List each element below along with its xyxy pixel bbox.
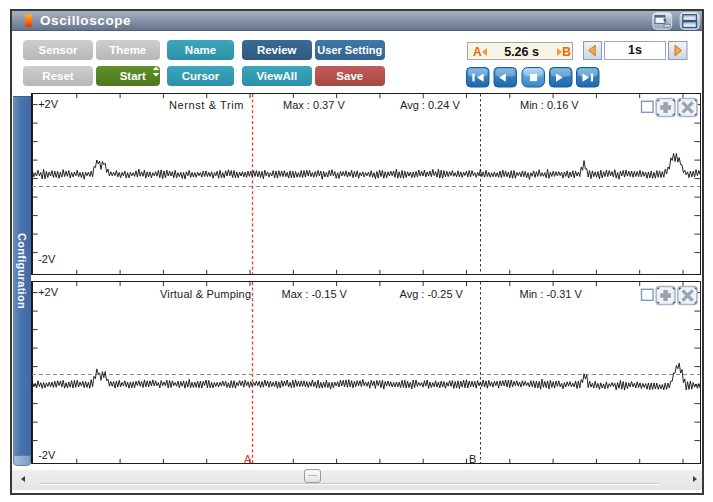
svg-text:Max : 0.37 V: Max : 0.37 V bbox=[283, 99, 345, 111]
svg-text:B: B bbox=[469, 453, 476, 465]
svg-text:+2V: +2V bbox=[38, 286, 59, 298]
svg-text:Avg : 0.24 V: Avg : 0.24 V bbox=[400, 99, 460, 111]
svg-text:-2V: -2V bbox=[38, 253, 56, 265]
svg-text:Min : -0.31 V: Min : -0.31 V bbox=[520, 288, 583, 300]
svg-text:Avg : -0.25 V: Avg : -0.25 V bbox=[400, 288, 464, 300]
svg-text:Max : -0.15 V: Max : -0.15 V bbox=[282, 288, 348, 300]
svg-text:A: A bbox=[244, 453, 252, 465]
svg-text:-2V: -2V bbox=[38, 449, 56, 461]
svg-text:Virtual & Pumping: Virtual & Pumping bbox=[160, 288, 251, 300]
svg-text:+2V: +2V bbox=[38, 98, 59, 110]
svg-text:Min : 0.16 V: Min : 0.16 V bbox=[520, 99, 579, 111]
svg-text:Nernst & Trim: Nernst & Trim bbox=[169, 99, 244, 111]
